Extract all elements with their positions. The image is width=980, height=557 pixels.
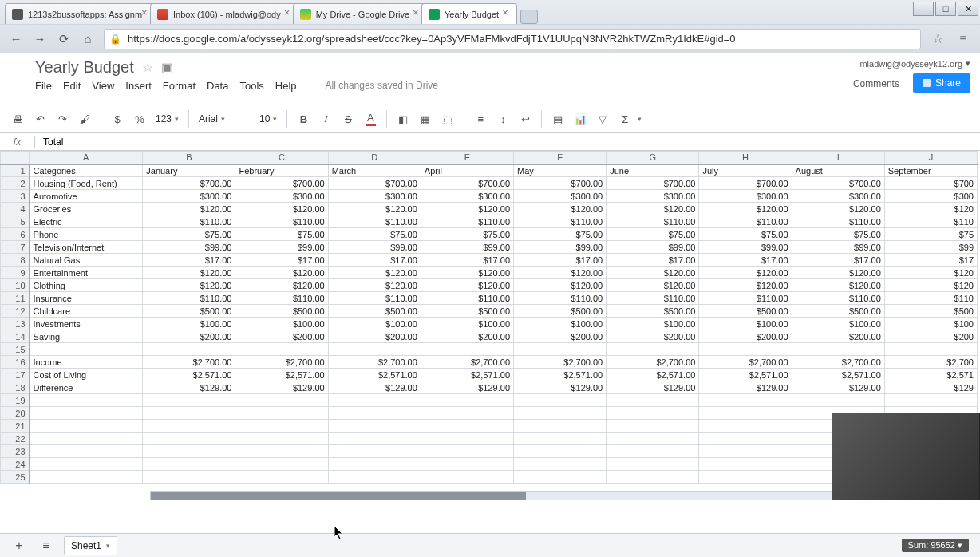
chrome-menu-icon[interactable]: ≡ (954, 30, 972, 48)
cell[interactable]: $120.00 (143, 267, 235, 279)
cell[interactable]: $2,700.00 (699, 356, 792, 369)
row-header[interactable]: 14 (1, 330, 30, 343)
cell[interactable]: $99.00 (514, 241, 607, 254)
cell[interactable]: $110.00 (235, 292, 328, 305)
cell[interactable]: $100.00 (514, 318, 607, 330)
cell[interactable] (421, 471, 513, 484)
cell[interactable]: $500 (884, 305, 977, 318)
folder-icon[interactable]: ▣ (161, 60, 173, 75)
menu-view[interactable]: View (92, 80, 114, 92)
cell[interactable] (328, 420, 421, 433)
cell[interactable]: $700.00 (607, 177, 699, 190)
cell[interactable]: $120.00 (699, 203, 792, 215)
cell[interactable]: Difference (30, 381, 143, 394)
maximize-button[interactable]: □ (935, 2, 956, 16)
cell[interactable]: July (699, 164, 792, 177)
reload-button[interactable]: ⟳ (56, 31, 72, 47)
cell[interactable]: $17.00 (514, 254, 607, 267)
cell[interactable]: $75.00 (607, 228, 699, 241)
star-icon[interactable]: ☆ (142, 60, 153, 75)
cell[interactable]: $75 (884, 228, 977, 241)
cell[interactable]: $100 (884, 318, 977, 330)
tab-close-icon[interactable] (284, 8, 294, 18)
row-header[interactable]: 16 (1, 356, 30, 369)
cell[interactable]: May (514, 164, 607, 177)
cell[interactable]: $200.00 (699, 330, 792, 343)
cell[interactable] (514, 458, 607, 471)
cell[interactable]: $110.00 (421, 215, 513, 228)
cell[interactable]: $129.00 (328, 381, 421, 394)
cell[interactable]: $129.00 (699, 381, 792, 394)
cell[interactable]: Electric (30, 215, 143, 228)
cell[interactable]: $120.00 (421, 279, 513, 292)
scroll-thumb[interactable] (151, 492, 526, 500)
cell[interactable] (421, 445, 513, 458)
cell[interactable]: $99.00 (421, 241, 513, 254)
row-header[interactable]: 6 (1, 228, 30, 241)
tab-close-icon[interactable] (502, 8, 512, 18)
cell[interactable]: $700.00 (235, 177, 328, 190)
cell[interactable]: $300.00 (235, 190, 328, 203)
cell[interactable]: $120.00 (792, 267, 884, 279)
cell[interactable]: $120.00 (328, 267, 421, 279)
cell[interactable]: $17.00 (699, 254, 792, 267)
cell[interactable] (607, 458, 699, 471)
cell[interactable]: $120.00 (421, 203, 513, 215)
cell[interactable]: $110.00 (514, 292, 607, 305)
cell[interactable]: Groceries (30, 203, 143, 215)
row-header[interactable]: 11 (1, 292, 30, 305)
cell[interactable]: $120.00 (792, 279, 884, 292)
cell[interactable]: $120.00 (143, 203, 235, 215)
cell[interactable] (143, 433, 235, 445)
tab-4-active[interactable]: Yearly Budget (421, 3, 517, 24)
cell[interactable] (30, 420, 143, 433)
cell[interactable]: $500.00 (607, 305, 699, 318)
cell[interactable] (143, 458, 235, 471)
row-header[interactable]: 13 (1, 318, 30, 330)
cell[interactable]: $700.00 (421, 177, 513, 190)
all-sheets-icon[interactable]: ≡ (37, 536, 56, 555)
cell[interactable] (514, 407, 607, 420)
cell[interactable]: $120.00 (235, 279, 328, 292)
col-header[interactable]: B (143, 152, 235, 164)
cell[interactable]: $2,571.00 (514, 369, 607, 381)
cell[interactable]: $17 (884, 254, 977, 267)
cell[interactable]: $120.00 (514, 203, 607, 215)
cell[interactable] (699, 458, 792, 471)
font-family-select[interactable]: Arial ▾ (196, 109, 253, 128)
cell[interactable]: $120.00 (235, 267, 328, 279)
cell[interactable] (235, 433, 328, 445)
cell[interactable]: $129.00 (421, 381, 513, 394)
cell[interactable]: $129.00 (607, 381, 699, 394)
cell[interactable] (514, 343, 607, 356)
cell[interactable]: $500.00 (143, 305, 235, 318)
new-tab-button[interactable] (520, 10, 538, 24)
cell[interactable]: Investments (30, 318, 143, 330)
doc-title[interactable]: Yearly Budget (35, 58, 134, 77)
cell[interactable]: $129.00 (792, 381, 884, 394)
sum-indicator[interactable]: Sum: 95652 ▾ (902, 539, 969, 552)
cell[interactable] (328, 445, 421, 458)
cell[interactable]: $100.00 (421, 318, 513, 330)
cell[interactable]: $200.00 (514, 330, 607, 343)
cell[interactable] (699, 407, 792, 420)
cell[interactable]: $2,571 (884, 369, 977, 381)
font-size-select[interactable]: 10 ▾ (256, 109, 280, 128)
cell[interactable]: September (884, 164, 977, 177)
filter-icon[interactable]: ▽ (593, 109, 612, 128)
cell[interactable]: Income (30, 356, 143, 369)
cell[interactable] (514, 420, 607, 433)
menu-insert[interactable]: Insert (125, 80, 152, 92)
cell[interactable] (792, 394, 884, 407)
row-header[interactable]: 20 (1, 407, 30, 420)
col-header[interactable]: E (421, 152, 513, 164)
cell[interactable] (699, 471, 792, 484)
cell[interactable]: Clothing (30, 279, 143, 292)
cell[interactable]: $99.00 (607, 241, 699, 254)
row-header[interactable]: 4 (1, 203, 30, 215)
cell[interactable] (328, 343, 421, 356)
number-format-select[interactable]: 123 ▾ (152, 109, 182, 128)
cell[interactable]: $99.00 (235, 241, 328, 254)
cell[interactable]: March (328, 164, 421, 177)
share-button[interactable]: Share (913, 73, 970, 93)
